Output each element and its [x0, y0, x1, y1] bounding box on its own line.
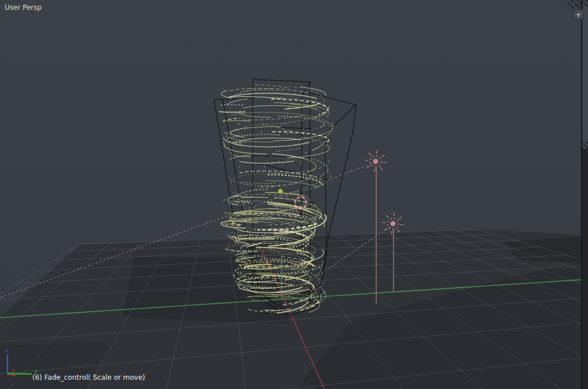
- area-corner-hatch-icon: [582, 142, 588, 149]
- point-lamp-2[interactable]: [382, 213, 404, 235]
- gizmo-x-label: x: [12, 367, 15, 373]
- blender-3d-viewport[interactable]: zxy User Persp (6) Fade_control( Scale o…: [0, 0, 588, 389]
- viewport-3d-scene[interactable]: zxy: [0, 0, 588, 389]
- adjacent-editor-bottom: [582, 149, 588, 389]
- active-object-label: (6) Fade_control( Scale or move): [32, 373, 145, 382]
- area-corner-hatch-icon: [582, 0, 588, 7]
- view-mode-label: User Persp: [5, 3, 42, 12]
- expand-properties-panel-button[interactable]: +: [573, 9, 584, 20]
- adjacent-editor-edge: [581, 0, 588, 389]
- object-origin-dot: [278, 189, 283, 194]
- gizmo-z-label: z: [5, 347, 8, 353]
- point-lamp-1[interactable]: [365, 150, 387, 172]
- adjacent-editor-top: [582, 0, 588, 149]
